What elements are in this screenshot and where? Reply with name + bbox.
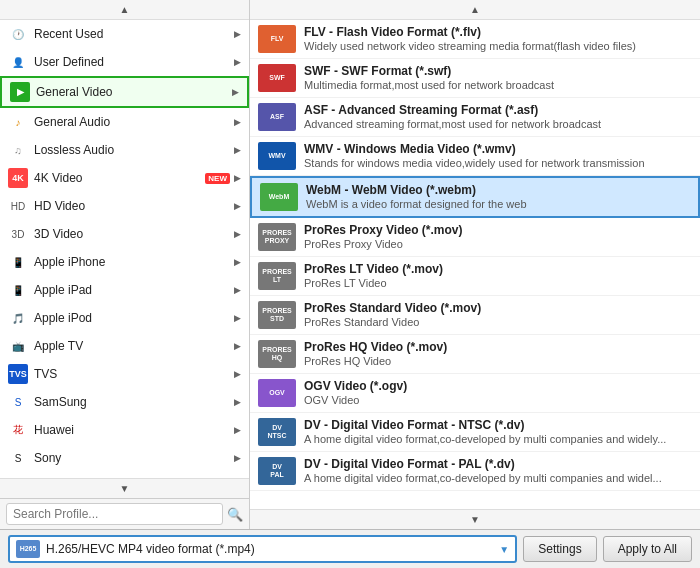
search-input[interactable] — [6, 503, 223, 525]
hd-video-label: HD Video — [34, 199, 230, 213]
general-video-label: General Video — [36, 85, 228, 99]
swf-format-name: SWF - SWF Format (*.swf) — [304, 64, 692, 78]
wmv-format-desc: Stands for windows media video,widely us… — [304, 157, 684, 169]
right-panel: ▲ FLVFLV - Flash Video Format (*.flv)Wid… — [250, 0, 700, 529]
apple-ipod-icon: 🎵 — [8, 308, 28, 328]
4k-video-icon: 4K — [8, 168, 28, 188]
format-item-wmv[interactable]: WMVWMV - Windows Media Video (*.wmv)Stan… — [250, 137, 700, 176]
sidebar-item-samsung[interactable]: SSamSung▶ — [0, 388, 249, 416]
ogv-format-info: OGV Video (*.ogv)OGV Video — [304, 379, 692, 406]
prores-proxy-format-info: ProRes Proxy Video (*.mov)ProRes Proxy V… — [304, 223, 692, 250]
sidebar-item-lossless-audio[interactable]: ♫Lossless Audio▶ — [0, 136, 249, 164]
format-item-webm[interactable]: WebMWebM - WebM Video (*.webm)WebM is a … — [250, 176, 700, 218]
apple-ipad-icon: 📱 — [8, 280, 28, 300]
samsung-icon: S — [8, 392, 28, 412]
lossless-audio-icon: ♫ — [8, 140, 28, 160]
lossless-audio-label: Lossless Audio — [34, 143, 230, 157]
tvs-arrow: ▶ — [234, 369, 241, 379]
left-scroll-down[interactable]: ▼ — [0, 478, 249, 498]
ogv-format-name: OGV Video (*.ogv) — [304, 379, 692, 393]
left-panel: ▲ 🕐Recent Used▶👤User Defined▶▶General Vi… — [0, 0, 250, 529]
prores-std-format-name: ProRes Standard Video (*.mov) — [304, 301, 692, 315]
3d-video-label: 3D Video — [34, 227, 230, 241]
sidebar-item-apple-tv[interactable]: 📺Apple TV▶ — [0, 332, 249, 360]
recent-used-label: Recent Used — [34, 27, 230, 41]
samsung-label: SamSung — [34, 395, 230, 409]
sidebar-item-general-audio[interactable]: ♪General Audio▶ — [0, 108, 249, 136]
prores-proxy-format-icon: PRORES PROXY — [258, 223, 296, 251]
prores-hq-format-name: ProRes HQ Video (*.mov) — [304, 340, 692, 354]
flv-format-name: FLV - Flash Video Format (*.flv) — [304, 25, 692, 39]
4k-video-label: 4K Video — [34, 171, 201, 185]
asf-format-info: ASF - Advanced Streaming Format (*.asf)A… — [304, 103, 692, 130]
prores-std-format-desc: ProRes Standard Video — [304, 316, 684, 328]
format-item-dv-ntsc[interactable]: DV NTSCDV - Digital Video Format - NTSC … — [250, 413, 700, 452]
format-dropdown[interactable]: H265 H.265/HEVC MP4 video format (*.mp4)… — [8, 535, 517, 563]
format-item-prores-hq[interactable]: PRORES HQProRes HQ Video (*.mov)ProRes H… — [250, 335, 700, 374]
prores-hq-format-desc: ProRes HQ Video — [304, 355, 684, 367]
4k-video-arrow: ▶ — [234, 173, 241, 183]
dv-ntsc-format-icon: DV NTSC — [258, 418, 296, 446]
format-item-prores-std[interactable]: PRORES STDProRes Standard Video (*.mov)P… — [250, 296, 700, 335]
prores-lt-format-icon: PRORES LT — [258, 262, 296, 290]
sidebar-item-recent-used[interactable]: 🕐Recent Used▶ — [0, 20, 249, 48]
swf-format-icon: SWF — [258, 64, 296, 92]
3d-video-icon: 3D — [8, 224, 28, 244]
apple-iphone-arrow: ▶ — [234, 257, 241, 267]
dropdown-arrow-icon: ▼ — [499, 544, 509, 555]
prores-lt-format-name: ProRes LT Video (*.mov) — [304, 262, 692, 276]
sidebar-item-hd-video[interactable]: HDHD Video▶ — [0, 192, 249, 220]
general-video-arrow: ▶ — [232, 87, 239, 97]
sidebar-item-huawei[interactable]: 花Huawei▶ — [0, 416, 249, 444]
sidebar-item-user-defined[interactable]: 👤User Defined▶ — [0, 48, 249, 76]
recent-used-arrow: ▶ — [234, 29, 241, 39]
right-scroll-up[interactable]: ▲ — [250, 0, 700, 20]
webm-format-name: WebM - WebM Video (*.webm) — [306, 183, 690, 197]
general-audio-icon: ♪ — [8, 112, 28, 132]
4k-video-badge: NEW — [205, 173, 230, 184]
apple-ipad-label: Apple iPad — [34, 283, 230, 297]
apple-iphone-icon: 📱 — [8, 252, 28, 272]
sidebar-item-apple-ipad[interactable]: 📱Apple iPad▶ — [0, 276, 249, 304]
wmv-format-icon: WMV — [258, 142, 296, 170]
sidebar-item-3d-video[interactable]: 3D3D Video▶ — [0, 220, 249, 248]
dv-ntsc-format-info: DV - Digital Video Format - NTSC (*.dv)A… — [304, 418, 692, 445]
prores-std-format-info: ProRes Standard Video (*.mov)ProRes Stan… — [304, 301, 692, 328]
flv-format-icon: FLV — [258, 25, 296, 53]
format-item-ogv[interactable]: OGVOGV Video (*.ogv)OGV Video — [250, 374, 700, 413]
search-bar: 🔍 — [0, 498, 249, 529]
prores-proxy-format-name: ProRes Proxy Video (*.mov) — [304, 223, 692, 237]
format-item-swf[interactable]: SWFSWF - SWF Format (*.swf)Multimedia fo… — [250, 59, 700, 98]
sidebar-item-4k-video[interactable]: 4K4K VideoNEW▶ — [0, 164, 249, 192]
sidebar-item-tvs[interactable]: TVSTVS▶ — [0, 360, 249, 388]
selected-format-text: H.265/HEVC MP4 video format (*.mp4) — [46, 542, 495, 556]
lossless-audio-arrow: ▶ — [234, 145, 241, 155]
format-item-prores-lt[interactable]: PRORES LTProRes LT Video (*.mov)ProRes L… — [250, 257, 700, 296]
sidebar-item-apple-iphone[interactable]: 📱Apple iPhone▶ — [0, 248, 249, 276]
huawei-label: Huawei — [34, 423, 230, 437]
sidebar-item-apple-ipod[interactable]: 🎵Apple iPod▶ — [0, 304, 249, 332]
dv-ntsc-format-desc: A home digital video format,co-developed… — [304, 433, 684, 445]
asf-format-icon: ASF — [258, 103, 296, 131]
search-icon[interactable]: 🔍 — [227, 507, 243, 522]
hd-video-arrow: ▶ — [234, 201, 241, 211]
bottom-bar: H265 H.265/HEVC MP4 video format (*.mp4)… — [0, 529, 700, 568]
recent-used-icon: 🕐 — [8, 24, 28, 44]
user-defined-label: User Defined — [34, 55, 230, 69]
settings-button[interactable]: Settings — [523, 536, 596, 562]
format-item-dv-pal[interactable]: DV PALDV - Digital Video Format - PAL (*… — [250, 452, 700, 491]
sidebar-item-general-video[interactable]: ▶General Video▶ — [0, 76, 249, 108]
sony-label: Sony — [34, 451, 230, 465]
huawei-arrow: ▶ — [234, 425, 241, 435]
dv-pal-format-icon: DV PAL — [258, 457, 296, 485]
general-audio-label: General Audio — [34, 115, 230, 129]
general-video-icon: ▶ — [10, 82, 30, 102]
apply-to-all-button[interactable]: Apply to All — [603, 536, 692, 562]
format-item-prores-proxy[interactable]: PRORES PROXYProRes Proxy Video (*.mov)Pr… — [250, 218, 700, 257]
right-scroll-down[interactable]: ▼ — [250, 509, 700, 529]
sidebar-item-sony[interactable]: SSony▶ — [0, 444, 249, 472]
format-item-asf[interactable]: ASFASF - Advanced Streaming Format (*.as… — [250, 98, 700, 137]
left-scroll-up[interactable]: ▲ — [0, 0, 249, 20]
apple-tv-arrow: ▶ — [234, 341, 241, 351]
format-item-flv[interactable]: FLVFLV - Flash Video Format (*.flv)Widel… — [250, 20, 700, 59]
